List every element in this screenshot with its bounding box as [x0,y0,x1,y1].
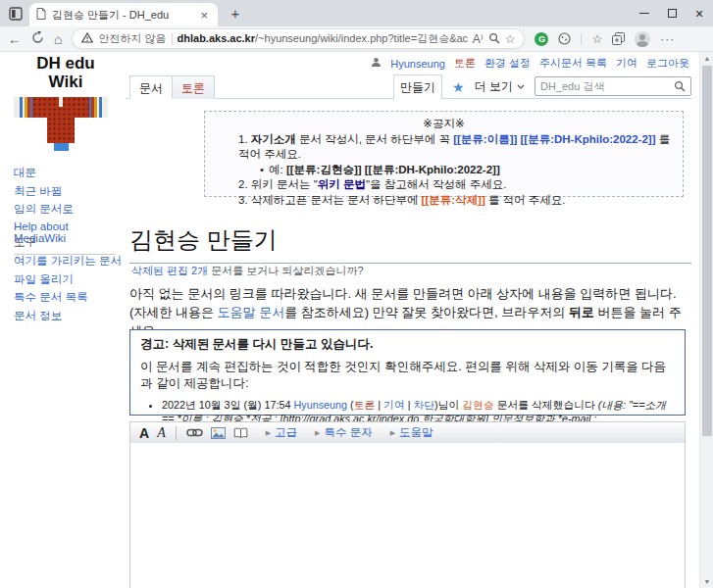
address-input[interactable]: 안전하지 않음 dhlab.aks.ac.kr/~hyunseung/wiki/… [72,28,525,49]
italic-button[interactable]: A [157,425,166,441]
page-tab-row: 문서 토론 만들기 ★ 더 보기 [126,76,691,99]
wiki-logo-text[interactable]: DH edu Wiki [10,54,122,91]
search-input[interactable] [540,80,674,92]
deleted-edits-link[interactable]: 삭제된 편집 2개 [131,265,208,276]
page-title: 김현승 만들기 [129,224,691,264]
deleted-edits-note: 삭제된 편집 2개 문서를 보거나 되살리겠습니까? [131,264,364,278]
tab-create[interactable]: 만들기 [393,74,442,99]
maximize-icon [668,9,677,18]
help-page-link[interactable]: 도움말 문서 [218,305,285,319]
more-menu[interactable]: 더 보기 [475,78,525,95]
log-contribs-link[interactable]: 기여 [383,399,405,411]
zoom-icon[interactable] [488,32,500,46]
url-path: /~hyunseung/wiki/index.php?title=김현승&act… [255,32,468,44]
refresh-icon[interactable] [31,31,44,46]
favorites-star-icon[interactable]: ☆ [505,33,516,45]
triangle-right-icon: ▶ [266,429,271,437]
collections-icon[interactable] [612,32,625,45]
sidebar-tools: 여기를 가리키는 문서 파일 올리기 특수 문서 목록 문서 정보 [14,254,122,323]
close-button[interactable]: × [686,0,713,26]
page-favicon-icon [36,8,46,22]
link-button[interactable] [186,427,203,438]
sidebar-item-special-pages[interactable]: 특수 문서 목록 [14,290,122,305]
vertical-tabs-icon[interactable] [9,7,23,21]
sidebar-item-upload-file[interactable]: 파일 올리기 [14,272,122,287]
maximize-button[interactable] [658,0,686,26]
browser-menu-icon[interactable]: ··· [660,32,675,46]
log-deleted-page-link[interactable]: 김현승 [462,399,493,411]
logo-line2: Wiki [10,73,122,91]
divider [581,33,582,45]
log-block-link[interactable]: 차단 [413,399,434,411]
scroll-down-icon[interactable]: ▼ [700,578,713,585]
bold-button[interactable]: A [139,425,149,441]
logo-line1: DH edu [10,54,122,73]
sidebar-item-what-links-here[interactable]: 여기를 가리키는 문서 [14,254,122,269]
wikitext-editor[interactable] [129,443,686,588]
read-aloud-icon[interactable]: A⁾ [473,33,484,45]
tab-talk[interactable]: 토론 [173,75,215,99]
browser-address-bar: ← ⌂ 안전하지 않음 dhlab.aks.ac.kr/~hyunseung/w… [0,26,713,52]
url-domain: dhlab.aks.ac.kr [178,32,256,44]
toolbar-advanced[interactable]: ▶ 고급 [266,425,297,440]
wiki-logo-image[interactable] [14,92,108,151]
back-icon[interactable]: ← [8,32,22,46]
sidebar-item-main-page[interactable]: 대문 [14,166,122,180]
category-delete-link[interactable]: [[분류:삭제]] [422,194,485,206]
notice-item-1: 1. 자기소개 문서 작성시, 문서 하단부에 꼭 [[분류:이름]] [[분류… [238,132,673,163]
warning-body: 이 문서를 계속 편집하는 것이 적합한 것인지 확인해주세요. 편의를 위해 … [140,359,675,392]
search-icon[interactable] [674,80,686,92]
log-user-link[interactable]: Hyunseung [293,399,347,411]
chevron-down-icon [517,84,525,89]
toolbar-help[interactable]: ▶ 도움말 [390,425,433,440]
log-talk-link[interactable]: 토론 [354,399,376,411]
browser-window: 김현승 만들기 - DH_edu × + × ← ⌂ 안전하지 않음 dhlab… [0,0,713,588]
sidebar-item-random-page[interactable]: 임의 문서로 [14,202,122,217]
image-button[interactable] [211,427,226,439]
browser-tab[interactable]: 김현승 만들기 - DH_edu × [29,3,218,26]
favorites-bar-icon[interactable]: ☆ [591,33,602,45]
search-box [535,76,691,96]
notice-box: ※공지※ 1. 자기소개 문서 작성시, 문서 하단부에 꼭 [[분류:이름]]… [204,111,684,197]
security-label: 안전하지 않음 [98,31,166,46]
not-secure-warning-icon [81,32,93,45]
browser-tab-strip: 김현승 만들기 - DH_edu × + × [0,0,713,26]
triangle-right-icon: ▶ [315,429,320,437]
garment-hem [54,143,69,151]
page-scrollbar[interactable]: ▲ ▼ [699,52,713,588]
tracking-prevention-icon[interactable] [558,32,571,45]
scrollbar-thumb[interactable] [702,66,712,436]
tab-close-icon[interactable]: × [197,8,211,23]
minimize-button[interactable] [631,0,658,26]
wikieditor-toolbar: A A ▶ 고급 ▶ 특수 문자 [129,421,686,444]
extension-icon[interactable]: G [535,32,548,46]
garment-collar [59,97,63,107]
profile-avatar[interactable] [635,31,650,47]
wiki-syntax-link[interactable]: 위키 문법 [318,178,366,190]
home-icon[interactable]: ⌂ [54,32,62,46]
sidebar-item-recent-changes[interactable]: 최근 바뀜 [14,184,122,199]
triangle-right-icon: ▶ [390,429,395,437]
recreate-warning-box: 경고: 삭제된 문서를 다시 만들고 있습니다. 이 문서를 계속 편집하는 것… [129,329,686,416]
toolbar-special-characters[interactable]: ▶ 특수 문자 [315,425,373,440]
tab-article[interactable]: 문서 [129,75,173,99]
watch-star-icon[interactable]: ★ [452,79,465,95]
sidebar-navigation: 대문 최근 바뀜 임의 문서로 Help about MediaWiki [14,166,122,244]
scroll-up-icon[interactable]: ▲ [700,55,713,62]
notice-item-1-example: 예: [[분류:김현승]] [[분류:DH-Kphilo:2022-2]] [260,163,673,178]
sidebar-item-page-info[interactable]: 문서 정보 [14,309,122,323]
tools-header: 도구 [14,235,116,255]
reference-book-button[interactable] [233,427,248,439]
category-links[interactable]: [[분류:이름]] [[분류:DH-Kphilo:2022-2]] [453,133,655,145]
notice-title: ※공지※ [215,117,673,132]
close-icon: × [695,7,703,21]
divider [176,426,177,440]
tab-title: 김현승 만들기 - DH_edu [52,8,197,23]
wiki-page: ▲ ▼ Hyunseung 토론 환경 설정 주시문서 목록 기여 로그아웃 D… [0,52,713,588]
divider [172,33,173,45]
notice-item-3: 3. 삭제하고픈 문서는 문서 하단부에 [[분류:삭제]] 를 적어 주세요. [238,193,673,209]
minimize-icon [639,13,649,14]
warning-heading: 경고: 삭제된 문서를 다시 만들고 있습니다. [140,336,675,353]
notice-item-2: 2. 위키 문서는 "위키 문법"을 참고해서 작성해 주세요. [238,177,673,193]
new-tab-button[interactable]: + [226,4,245,24]
